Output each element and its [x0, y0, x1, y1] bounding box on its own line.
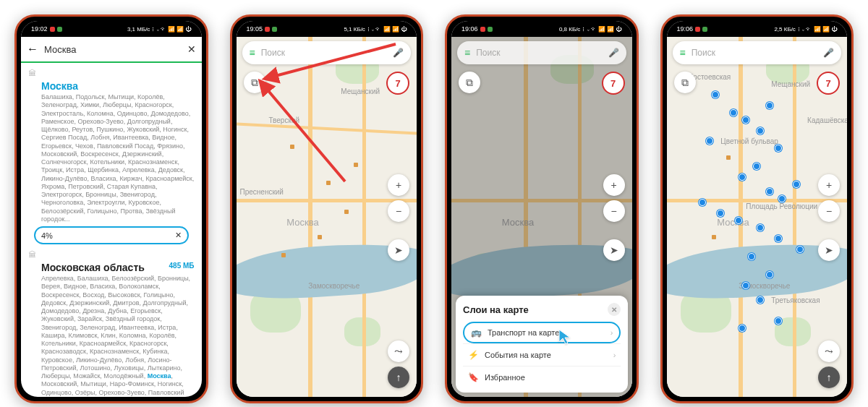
bookmark-icon: 🔖 — [467, 372, 479, 382]
download-progress[interactable]: 4% ✕ — [34, 226, 189, 244]
plus-icon: + — [610, 179, 616, 191]
zoom-out-button[interactable]: − — [388, 200, 409, 222]
menu-icon[interactable]: ≡ — [464, 47, 470, 59]
clear-icon[interactable]: ✕ — [187, 43, 196, 55]
sheet-close-button[interactable]: ✕ — [608, 303, 621, 316]
cancel-download-icon[interactable]: ✕ — [175, 231, 182, 240]
status-time: 19:05 — [247, 25, 263, 33]
regions-list[interactable]: 🏛 Москва Балашиха, Подольск, Мытищи, Кор… — [21, 63, 202, 397]
status-bar: 19:06 2,5 КБ/с ⋮ ⌄ ᯤ 📶 📶 ⏻ — [667, 21, 848, 37]
region-title-moscow[interactable]: Москва — [41, 80, 195, 92]
screen-1: 19:02 3,1 МБ/с ⋮ ⌄ ᯤ 📶 📶 ⏻ ← Москва ✕ 🏛 … — [21, 21, 202, 397]
layers-sheet: Слои на карте ✕ 🚌 Транспорт на карте › ⚡… — [456, 296, 628, 393]
zoom-out-button[interactable]: − — [603, 200, 625, 222]
status-net: 2,5 КБ/с — [774, 26, 795, 33]
route-button[interactable]: ⤳ — [818, 340, 840, 362]
map-label-tsvet: Цветной бульвар — [720, 137, 778, 145]
zoom-in-button[interactable]: + — [818, 174, 840, 196]
locate-icon: ➤ — [394, 244, 403, 256]
progress-value: 4% — [41, 231, 53, 240]
notif-dot-red — [695, 27, 700, 32]
locate-button[interactable]: ➤ — [603, 239, 625, 261]
menu-icon[interactable]: ≡ — [680, 47, 686, 59]
search-pill[interactable]: ≡ Поиск 🎤 — [457, 41, 626, 64]
chevron-right-icon: › — [610, 328, 613, 337]
locate-icon: ➤ — [610, 244, 618, 256]
locate-icon: ➤ — [825, 244, 833, 256]
locate-button[interactable]: ➤ — [388, 239, 409, 261]
route-icon: ⤳ — [825, 346, 833, 357]
status-bar: 19:05 5,1 КБ/с ⋮ ⌄ ᯤ 📶 📶 ⏻ — [237, 21, 417, 37]
map-label-kadash: Кадашёвская — [807, 116, 847, 124]
region-cities-moscow: Балашиха, Подольск, Мытищи, Королёв, Зел… — [41, 93, 195, 223]
search-placeholder[interactable]: Поиск — [476, 48, 602, 58]
route-button[interactable]: ⤳ — [388, 340, 409, 362]
mic-icon[interactable]: 🎤 — [823, 48, 834, 58]
notif-dot-green — [488, 27, 493, 32]
map[interactable]: Москва Замоскворечье Тверской Пресненски… — [237, 37, 417, 397]
layer-fav-label: Избранное — [485, 373, 525, 382]
map-label-tretyak: Третьяковская — [771, 296, 820, 304]
status-net: 3,1 МБ/с — [127, 26, 150, 33]
search-pill[interactable]: ≡ Поиск 🎤 — [673, 41, 842, 64]
status-time: 19:02 — [31, 25, 48, 33]
layer-events-label: События на карте — [485, 351, 551, 359]
screen-4: 19:06 2,5 КБ/с ⋮ ⌄ ᯤ 📶 📶 ⏻ Москва Замоск… — [667, 21, 848, 397]
map-label-moscow: Москва — [717, 217, 749, 228]
flash-icon: ⚡ — [467, 350, 479, 360]
layers-button[interactable]: ⧉ — [674, 72, 696, 93]
plus-icon: + — [826, 179, 832, 191]
back-icon[interactable]: ← — [27, 43, 38, 56]
search-input[interactable]: Москва — [44, 44, 182, 55]
map-label-moscow: Москва — [286, 217, 318, 228]
region-cities-oblast: Апрелевка, Балашиха, Белоозёрский, Бронн… — [41, 275, 195, 397]
map-label-ploshchad: Площадь Революции — [746, 202, 817, 210]
annotation-arrows — [251, 37, 403, 196]
layer-row-transport[interactable]: 🚌 Транспорт на карте › — [463, 322, 621, 343]
minus-icon: − — [396, 205, 401, 217]
status-time: 19:06 — [677, 25, 694, 33]
zoom-out-button[interactable]: − — [818, 200, 840, 222]
up-icon: ↑ — [396, 372, 401, 383]
scroll-up-button[interactable]: ↑ — [388, 367, 409, 388]
route-icon: ⤳ — [394, 346, 403, 357]
status-time: 19:06 — [461, 25, 478, 33]
phone-2: 19:05 5,1 КБ/с ⋮ ⌄ ᯤ 📶 📶 ⏻ Москва Замо — [230, 14, 424, 403]
close-icon: ✕ — [611, 306, 617, 314]
scroll-up-button[interactable]: ↑ — [818, 367, 840, 388]
sheet-title-row: Слои на карте ✕ — [463, 303, 621, 316]
status-net: 5,1 КБ/с — [344, 26, 365, 33]
phone-1: 19:02 3,1 МБ/с ⋮ ⌄ ᯤ 📶 📶 ⏻ ← Москва ✕ 🏛 … — [14, 14, 208, 403]
status-bar: 19:02 3,1 МБ/с ⋮ ⌄ ᯤ 📶 📶 ⏻ — [21, 21, 202, 37]
layers-button[interactable]: ⧉ — [459, 72, 480, 93]
status-bar: 19:06 0,8 КБ/с ⋮ ⌄ ᯤ 📶 📶 ⏻ — [451, 21, 632, 37]
svg-line-0 — [273, 44, 396, 77]
layer-row-fav[interactable]: 🔖 Избранное — [463, 366, 621, 388]
status-net: 0,8 КБ/с — [559, 26, 580, 33]
minus-icon: − — [826, 205, 832, 217]
region-title-oblast[interactable]: Московская область 485 МБ — [41, 262, 195, 273]
traffic-badge[interactable]: 7 — [602, 72, 625, 95]
notif-dot-red — [480, 27, 485, 32]
map-label-zamo: Замоскворечье — [308, 282, 359, 290]
building-icon: 🏛 — [28, 250, 38, 259]
map-label-mesch: Мещанский — [771, 80, 810, 88]
layer-row-events[interactable]: ⚡ События на карте › — [463, 343, 621, 366]
region-oblast-label: Московская область — [41, 262, 145, 273]
search-bar: ← Москва ✕ — [21, 37, 202, 63]
building-icon: 🏛 — [28, 69, 38, 77]
locate-button[interactable]: ➤ — [818, 239, 840, 261]
bus-icon: 🚌 — [470, 327, 482, 338]
svg-line-1 — [265, 87, 345, 181]
status-icons: ⋮ ⌄ ᯤ 📶 📶 ⏻ — [582, 26, 621, 33]
zoom-in-button[interactable]: + — [603, 174, 625, 196]
traffic-badge[interactable]: 7 — [817, 72, 840, 95]
map[interactable]: Москва ≡ Поиск 🎤 ⧉ 7 + − ➤ Слои на карте… — [451, 37, 632, 397]
status-icons: ⋮ ⌄ ᯤ 📶 📶 ⏻ — [367, 26, 407, 33]
phone-3: 19:06 0,8 КБ/с ⋮ ⌄ ᯤ 📶 📶 ⏻ Москва ≡ — [445, 14, 639, 403]
map[interactable]: Москва Замоскворечье Мещанский Цветной б… — [667, 37, 848, 397]
mic-icon[interactable]: 🎤 — [608, 48, 619, 58]
notif-dot-red — [50, 27, 55, 32]
screen-3: 19:06 0,8 КБ/с ⋮ ⌄ ᯤ 📶 📶 ⏻ Москва ≡ — [451, 21, 632, 397]
search-placeholder[interactable]: Поиск — [692, 48, 817, 58]
